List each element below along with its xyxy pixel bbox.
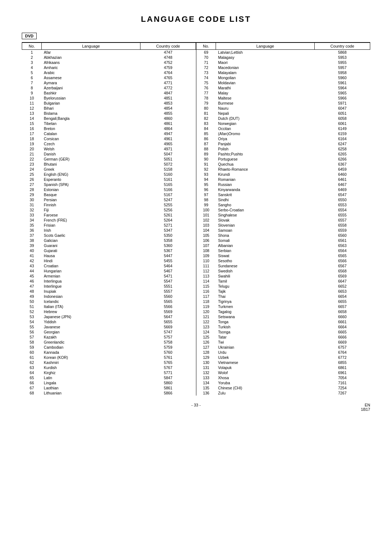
table-row: 94Romanian6461 [196, 177, 370, 182]
table-row: 122Tonga6661 [196, 319, 370, 324]
row-number: 90 [196, 157, 216, 162]
table-row: 1Afar4747 [22, 50, 196, 55]
table-row: 3Afrikaans4752 [22, 60, 196, 65]
row-code: 5167 [140, 192, 196, 197]
row-code: 5565 [140, 299, 196, 304]
row-number: 113 [196, 274, 216, 279]
row-number: 98 [196, 197, 216, 202]
row-language: Tigrinya [216, 299, 315, 304]
row-number: 24 [22, 167, 42, 172]
table-row: 24Greek5158 [22, 167, 196, 172]
row-code: 6669 [315, 340, 370, 345]
row-number: 56 [22, 329, 42, 335]
row-number: 136 [196, 390, 216, 396]
row-code: 6961 [315, 370, 370, 375]
row-language: Latin [42, 375, 140, 380]
row-number: 34 [22, 218, 42, 223]
table-row: 125Tatar6666 [196, 335, 370, 340]
table-row: 130Vietnamese6855 [196, 360, 370, 365]
row-code: 5759 [140, 345, 196, 350]
table-row: 89Pashto;Pushto6265 [196, 151, 370, 157]
dvd-badge: DVD [22, 33, 37, 39]
row-number: 115 [196, 284, 216, 289]
table-row: 123Turkish6664 [196, 324, 370, 329]
row-number: 125 [196, 335, 216, 340]
row-number: 8 [22, 85, 42, 90]
table-row: 113Swahili6569 [196, 274, 370, 279]
row-language: Scots Gaelic [42, 233, 140, 238]
row-number: 83 [196, 121, 216, 126]
row-number: 68 [22, 390, 42, 396]
row-number: 69 [196, 50, 216, 55]
table-row: 35Frisian5271 [22, 223, 196, 228]
row-number: 89 [196, 151, 216, 157]
row-language: Aymara [42, 80, 140, 85]
row-code: 4860 [140, 116, 196, 121]
row-code: 6568 [315, 268, 370, 274]
row-language: Hebrew [42, 309, 140, 314]
table-row: 121Setswana6660 [196, 314, 370, 319]
row-number: 81 [196, 111, 216, 116]
row-code: 5047 [140, 151, 196, 157]
row-code: 4855 [140, 111, 196, 116]
row-number: 134 [196, 380, 216, 385]
row-number: 131 [196, 365, 216, 370]
table-row: 14Bengali;Bangla4860 [22, 116, 196, 121]
row-language: Turkmen [216, 304, 315, 309]
row-code: 5166 [140, 187, 196, 192]
row-language: Lingala [42, 380, 140, 385]
row-code: 5261 [140, 212, 196, 218]
table-row: 61Korean (KOR)5761 [22, 355, 196, 360]
table-row: 7Aymara4771 [22, 80, 196, 85]
row-number: 70 [196, 55, 216, 60]
row-code: 5557 [140, 289, 196, 294]
row-language: Turkish [216, 324, 315, 329]
language-table-wrapper: No. Language Country code 1Afar47472Abkh… [22, 42, 370, 396]
row-number: 101 [196, 212, 216, 218]
row-language: Lithuanian [42, 390, 140, 396]
table-row: 132Wolof6961 [196, 370, 370, 375]
row-language: Cambodian [42, 345, 140, 350]
row-number: 7 [22, 80, 42, 85]
row-code: 6159 [315, 131, 370, 136]
table-row: 67Laothian5861 [22, 385, 196, 390]
table-row: 50Icelandic5565 [22, 299, 196, 304]
row-code: 5765 [140, 360, 196, 365]
row-number: 126 [196, 340, 216, 345]
table-row: 92Rhaeto-Romance6459 [196, 167, 370, 172]
row-code: 5767 [140, 365, 196, 370]
row-language: Guarani [42, 243, 140, 248]
row-number: 32 [22, 207, 42, 212]
left-col-language: Language [42, 43, 140, 50]
footer-info: EN 1B17 [254, 403, 370, 412]
table-row: 88Polish6258 [196, 146, 370, 151]
row-language: Norwegian [216, 121, 315, 126]
page-title: LANGUAGE CODE LIST [22, 15, 370, 24]
row-code: 6561 [315, 238, 370, 243]
table-row: 25English (ENG)5160 [22, 172, 196, 177]
row-language: Macedonian [216, 65, 315, 70]
row-language: Bihari [42, 106, 140, 111]
row-language: Kirghiz [42, 370, 140, 375]
row-code: 6563 [315, 243, 370, 248]
table-row: 59Cambodian5759 [22, 345, 196, 350]
row-number: 132 [196, 370, 216, 375]
table-row: 114Tamil6647 [196, 279, 370, 284]
row-number: 15 [22, 121, 42, 126]
row-number: 114 [196, 279, 216, 284]
row-language: Setswana [216, 314, 315, 319]
row-number: 42 [22, 258, 42, 263]
row-number: 80 [196, 106, 216, 111]
table-row: 129Uzbek6772 [196, 355, 370, 360]
row-language: Icelandic [42, 299, 140, 304]
row-language: Oriya [216, 136, 315, 141]
table-row: 76Marathi5964 [196, 85, 370, 90]
table-row: 99Sangho6553 [196, 202, 370, 207]
table-row: 71Maori5955 [196, 60, 370, 65]
row-code: 5464 [140, 263, 196, 268]
row-number: 41 [22, 253, 42, 258]
row-number: 55 [22, 324, 42, 329]
row-code: 6558 [315, 223, 370, 228]
row-language: Tagalog [216, 309, 315, 314]
row-number: 123 [196, 324, 216, 329]
